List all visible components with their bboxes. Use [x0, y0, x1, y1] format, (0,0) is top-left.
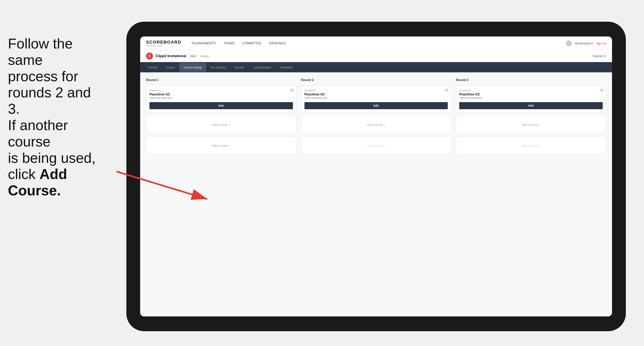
round-1-add-course-primary[interactable]: Add Course +	[146, 116, 296, 134]
round-3-add-course-secondary: Add Course +	[456, 137, 606, 154]
brand: SCOREBOARD Powered by clippd	[146, 40, 182, 47]
tab-leaderboards[interactable]: Leaderboards	[248, 63, 276, 72]
round-3-title: Round 3	[456, 78, 606, 82]
round-1-col: Round 1 ✕ (Course A) Peachtree GC Yellow…	[146, 78, 296, 154]
round-1-course-name: Peachtree GC	[150, 93, 293, 96]
round-3-course-details: Yellow (M) (6629 yds)	[459, 97, 603, 99]
round-2-add-course-secondary-label: Add Course +	[367, 144, 385, 147]
round-3-add-course-secondary-label: Add Course +	[522, 144, 540, 147]
round-2-col: Round 2 ✕ (Course A) Peachtree GC Yellow…	[301, 78, 451, 154]
user-email: blair@clippd.io	[575, 42, 593, 45]
round-3-course-label: (Course A)	[459, 89, 603, 92]
tournament-name: Clippd Invitational	[155, 54, 186, 58]
cancel-button[interactable]: Cancel ✕	[593, 54, 606, 58]
tab-course-setup[interactable]: Course Setup	[179, 63, 206, 72]
round-1-edit-button[interactable]: Edit	[150, 102, 293, 109]
round-2-course-details: Yellow (M) (6629 yds)	[304, 97, 448, 99]
round-1-course-details: Yellow (M) (6629 yds)	[150, 97, 293, 99]
round-1-add-course-primary-label: Add Course +	[212, 123, 230, 126]
round-2-add-course-primary[interactable]: Add Course +	[301, 116, 451, 134]
nav-tournaments[interactable]: TOURNAMENTS	[191, 42, 216, 45]
main-content: Round 1 ✕ (Course A) Peachtree GC Yellow…	[140, 72, 612, 317]
tab-results[interactable]: Results	[230, 63, 248, 72]
tournament-logo: C	[146, 53, 153, 60]
round-2-add-course-primary-label: Add Course +	[367, 123, 385, 126]
tournament-badge: Men	[188, 54, 198, 58]
cancel-icon: ✕	[604, 54, 606, 58]
round-2-title: Round 2	[301, 78, 451, 82]
tab-teams[interactable]: Teams	[162, 63, 179, 72]
tab-tee-groups[interactable]: Tee Groups	[206, 63, 230, 72]
round-3-course-a-card: ✕ (Course A) Peachtree GC Yellow (M) (66…	[456, 86, 606, 113]
round-3-course-name: Peachtree GC	[459, 93, 603, 96]
round-2-course-name: Peachtree GC	[304, 93, 448, 96]
round-1-course-label: (Course A)	[150, 89, 293, 92]
tablet-screen: SCOREBOARD Powered by clippd TOURNAMENTS…	[140, 36, 612, 317]
tablet-frame: SCOREBOARD Powered by clippd TOURNAMENTS…	[126, 22, 626, 331]
tab-printables[interactable]: Printables	[276, 63, 298, 72]
round-2-edit-button[interactable]: Edit	[304, 102, 448, 109]
nav-teams[interactable]: TEAMS	[224, 42, 234, 45]
round-1-title: Round 1	[146, 78, 296, 82]
round-2-course-label: (Course A)	[304, 89, 448, 92]
nav-left: SCOREBOARD Powered by clippd TOURNAMENTS…	[146, 40, 286, 47]
tournament-bar: C Clippd Invitational Men Hosting Cancel…	[140, 50, 612, 62]
nav-rankings[interactable]: RANKINGS	[269, 42, 286, 45]
round-3-edit-button[interactable]: Edit	[459, 102, 603, 109]
nav-committee[interactable]: COMMITTEE	[242, 42, 261, 45]
round-1-course-a-card: ✕ (Course A) Peachtree GC Yellow (M) (66…	[146, 86, 296, 113]
tournament-info: C Clippd Invitational Men Hosting	[146, 53, 208, 60]
tabs-bar: Details Teams Course Setup Tee Groups Re…	[140, 62, 612, 72]
round-3-col: Round 3 ✕ (Course A) Peachtree GC Yellow…	[456, 78, 606, 154]
hosting-badge: Hosting	[200, 55, 208, 58]
round-1-add-course-secondary[interactable]: Add Course +	[146, 137, 296, 154]
round-3-add-course-primary-label: Add Course +	[522, 123, 540, 126]
nav-links: TOURNAMENTS TEAMS COMMITTEE RANKINGS	[191, 42, 286, 45]
round-2-close-button[interactable]: ✕	[444, 88, 449, 93]
instruction-text: Follow the same process for rounds 2 and…	[0, 35, 114, 199]
tab-details[interactable]: Details	[144, 63, 162, 72]
brand-title: SCOREBOARD	[146, 40, 182, 45]
brand-subtitle: Powered by clippd	[146, 45, 162, 47]
sign-out-link[interactable]: Sign out	[596, 42, 606, 45]
round-3-close-button[interactable]: ✕	[599, 88, 604, 93]
round-2-course-a-card: ✕ (Course A) Peachtree GC Yellow (M) (66…	[301, 86, 451, 113]
round-1-close-button[interactable]: ✕	[290, 88, 294, 93]
round-2-add-course-secondary: Add Course +	[301, 137, 451, 154]
nav-right: blair@clippd.io Sign out	[566, 40, 606, 46]
round-3-add-course-primary[interactable]: Add Course +	[456, 116, 606, 134]
round-1-add-course-secondary-label: Add Course +	[212, 144, 230, 147]
avatar	[566, 40, 572, 46]
rounds-grid: Round 1 ✕ (Course A) Peachtree GC Yellow…	[146, 78, 606, 154]
top-nav: SCOREBOARD Powered by clippd TOURNAMENTS…	[140, 36, 612, 50]
